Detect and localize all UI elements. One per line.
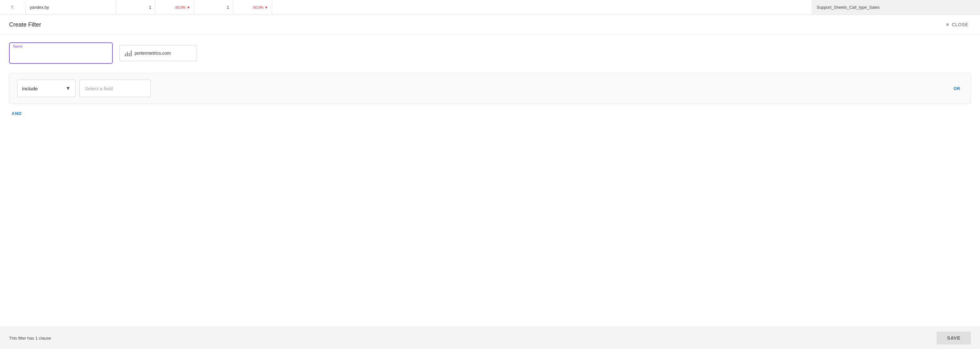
chevron-down-icon: ▼	[65, 86, 71, 91]
and-button[interactable]: AND	[9, 110, 24, 117]
conditions-area: Include ▼ Select a field OR	[9, 73, 971, 104]
name-input[interactable]	[9, 43, 113, 64]
or-button[interactable]: OR	[951, 85, 963, 92]
table-col2-cell: -50.0%	[156, 0, 194, 15]
select-field-button[interactable]: Select a field	[80, 79, 151, 97]
dialog-body: Name portermetrics.com Include ▼	[0, 35, 980, 327]
create-filter-dialog: Create Filter ✕ CLOSE Name portermetrics…	[0, 15, 980, 349]
close-button[interactable]: ✕ CLOSE	[943, 21, 971, 29]
footer-info: This filter has 1 clause	[9, 336, 51, 341]
name-input-wrapper: Name	[9, 43, 113, 64]
bar-3	[129, 53, 130, 56]
datasource-selector[interactable]: portermetrics.com	[119, 45, 197, 61]
bar-4	[130, 51, 132, 56]
bar-1	[125, 54, 126, 56]
name-label: Name	[13, 44, 22, 48]
dialog-header: Create Filter ✕ CLOSE	[0, 15, 980, 35]
datasource-label: portermetrics.com	[135, 51, 171, 56]
select-field-label: Select a field	[85, 86, 113, 91]
dialog-title: Create Filter	[9, 21, 41, 28]
table-col1-cell: 1	[117, 0, 156, 15]
table-col3-cell: 1	[194, 0, 233, 15]
save-button[interactable]: SAVE	[937, 332, 971, 344]
table-domain-cell: yandex.by	[26, 0, 117, 15]
dialog-footer: This filter has 1 clause SAVE	[0, 327, 980, 349]
table-col4-cell: -50.0%	[233, 0, 272, 15]
right-panel: Support_Sheets_Call_type_Sales	[811, 0, 980, 15]
bar-2	[127, 52, 128, 56]
table-row-num: 7.	[0, 0, 26, 15]
include-dropdown[interactable]: Include ▼	[17, 79, 75, 97]
condition-row: Include ▼ Select a field OR	[17, 79, 963, 97]
inputs-row: Name portermetrics.com	[9, 43, 971, 64]
close-icon: ✕	[946, 22, 950, 27]
include-label: Include	[22, 86, 38, 91]
bar-chart-icon	[125, 50, 132, 56]
